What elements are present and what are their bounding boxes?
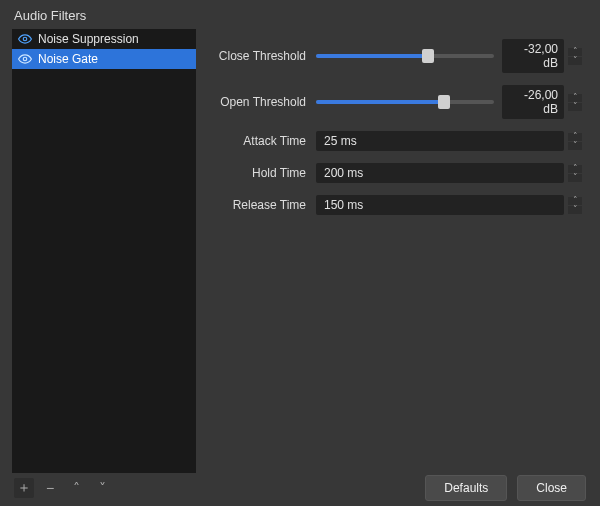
settings-panel: Close Threshold -32,00 dB ˄ ˅ Open Thres… [196,29,600,473]
spinner-attack-time[interactable]: ˄ ˅ [568,133,582,150]
value-open-threshold[interactable]: -26,00 dB [502,85,564,119]
slider-thumb[interactable] [422,49,434,63]
eye-icon[interactable] [18,52,32,66]
label-hold-time: Hold Time [216,166,316,180]
label-release-time: Release Time [216,198,316,212]
spinner-down-icon[interactable]: ˅ [568,174,582,182]
defaults-button[interactable]: Defaults [425,475,507,501]
main-area: Noise Suppression Noise Gate Close Thres… [0,29,600,473]
row-hold-time: Hold Time 200 ms ˄ ˅ [216,163,582,183]
input-hold-time[interactable]: 200 ms [316,163,564,183]
spinner-close-threshold[interactable]: ˄ ˅ [568,48,582,65]
spinner-hold-time[interactable]: ˄ ˅ [568,165,582,182]
filter-tools: ＋ − ˄ ˅ [14,478,112,498]
filter-item-noise-gate[interactable]: Noise Gate [12,49,196,69]
close-button[interactable]: Close [517,475,586,501]
row-attack-time: Attack Time 25 ms ˄ ˅ [216,131,582,151]
spinner-release-time[interactable]: ˄ ˅ [568,197,582,214]
eye-icon[interactable] [18,32,32,46]
slider-close-threshold[interactable] [316,54,494,58]
label-close-threshold: Close Threshold [216,49,316,63]
svg-point-1 [23,57,27,61]
input-attack-time[interactable]: 25 ms [316,131,564,151]
footer: ＋ − ˄ ˅ Defaults Close [0,470,600,506]
row-open-threshold: Open Threshold -26,00 dB ˄ ˅ [216,85,582,119]
label-open-threshold: Open Threshold [216,95,316,109]
filter-list: Noise Suppression Noise Gate [12,29,196,473]
spinner-down-icon[interactable]: ˅ [568,206,582,214]
row-close-threshold: Close Threshold -32,00 dB ˄ ˅ [216,39,582,73]
filter-item-label: Noise Gate [38,52,98,66]
label-attack-time: Attack Time [216,134,316,148]
filter-item-noise-suppression[interactable]: Noise Suppression [12,29,196,49]
move-filter-down-button[interactable]: ˅ [92,478,112,498]
svg-point-0 [23,37,27,41]
plus-icon: ＋ [17,479,31,497]
spinner-down-icon[interactable]: ˅ [568,57,582,65]
row-release-time: Release Time 150 ms ˄ ˅ [216,195,582,215]
value-close-threshold[interactable]: -32,00 dB [502,39,564,73]
slider-open-threshold[interactable] [316,100,494,104]
filter-item-label: Noise Suppression [38,32,139,46]
chevron-up-icon: ˄ [73,480,80,496]
window-title: Audio Filters [0,0,600,29]
minus-icon: − [46,480,54,496]
add-filter-button[interactable]: ＋ [14,478,34,498]
remove-filter-button[interactable]: − [40,478,60,498]
input-release-time[interactable]: 150 ms [316,195,564,215]
chevron-down-icon: ˅ [99,480,106,496]
spinner-down-icon[interactable]: ˅ [568,142,582,150]
slider-thumb[interactable] [438,95,450,109]
spinner-open-threshold[interactable]: ˄ ˅ [568,94,582,111]
spinner-down-icon[interactable]: ˅ [568,103,582,111]
move-filter-up-button[interactable]: ˄ [66,478,86,498]
